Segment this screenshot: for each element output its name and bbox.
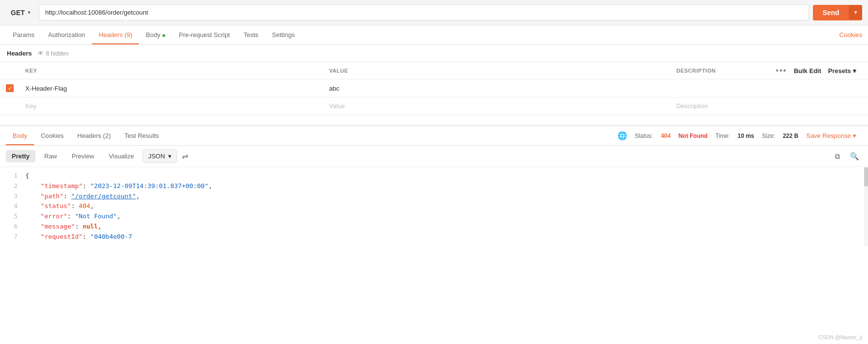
tab-body[interactable]: Body (139, 25, 172, 44)
save-response-chevron-icon: ▾ (853, 132, 856, 139)
format-right: ⧉ 🔍 (832, 150, 862, 163)
json-output-area: 1 { 2 "timestamp": "2023-12-09T14:39:01.… (0, 167, 868, 246)
status-code: 404 (661, 133, 671, 139)
headers-section-header: Headers 👁 8 hidden (0, 45, 868, 62)
line-number: 5 (8, 211, 18, 222)
cookies-link[interactable]: Cookies (839, 25, 862, 44)
more-options-icon[interactable]: ••• (776, 66, 787, 75)
tab-tests[interactable]: Tests (237, 25, 265, 44)
headers-label: Headers (7, 50, 32, 57)
send-dropdown-button[interactable]: ▾ (849, 5, 862, 19)
value-placeholder: Value (329, 102, 345, 110)
tab-settings[interactable]: Settings (265, 25, 302, 44)
row-actions-cell (761, 79, 868, 97)
checkbox-checked-icon[interactable]: ✓ (6, 84, 14, 92)
size-label: Size: (762, 133, 775, 139)
col-value: VALUE (323, 62, 670, 79)
send-button-group: Send ▾ (813, 5, 862, 20)
line-number: 6 (8, 222, 18, 232)
col-actions: ••• Bulk Edit Presets ▾ (761, 62, 868, 79)
row-value-cell[interactable]: abc (323, 79, 670, 97)
empty-table-row: Key Value Description (0, 97, 868, 115)
empty-checkbox-cell (0, 97, 19, 115)
row-key-cell[interactable]: X-Header-Flag (19, 79, 323, 97)
json-line-2: 2 "timestamp": "2023-12-09T14:39:01.837+… (8, 181, 860, 191)
empty-actions-cell (761, 97, 868, 115)
method-label: GET (11, 9, 25, 17)
line-number: 3 (8, 191, 18, 202)
json-line-5: 5 "error": "Not Found", (8, 211, 860, 222)
col-check (0, 62, 19, 79)
empty-desc-cell[interactable]: Description (671, 97, 761, 115)
json-line-3: 3 "path": "/order/getcount", (8, 191, 860, 202)
method-selector[interactable]: GET ▾ (6, 6, 35, 19)
empty-value-cell[interactable]: Value (323, 97, 670, 115)
scrollbar-thumb[interactable] (864, 167, 868, 187)
tab-response-body[interactable]: Body (6, 126, 34, 145)
presets-chevron-icon: ▾ (853, 67, 856, 75)
globe-icon: 🌐 (617, 131, 627, 140)
request-tabs: Params Authorization Headers (9) Body Pr… (0, 25, 868, 45)
json-format-selector[interactable]: JSON ▾ (143, 150, 177, 163)
format-left: Pretty Raw Preview Visualize JSON ▾ ⇌ (6, 150, 190, 163)
method-chevron-icon: ▾ (28, 10, 30, 15)
line-number: 1 (8, 171, 18, 181)
col-key: KEY (19, 62, 323, 79)
tab-response-headers[interactable]: Headers (2) (71, 126, 118, 145)
copy-button[interactable]: ⧉ (832, 150, 843, 163)
send-button[interactable]: Send (813, 5, 849, 20)
row-desc-cell[interactable] (671, 79, 761, 97)
tab-params[interactable]: Params (6, 25, 41, 44)
url-input[interactable] (39, 4, 809, 20)
json-line-7: 7 "requestId": "040b4e00-7 (8, 232, 860, 242)
scrollbar-track[interactable] (864, 167, 868, 246)
line-number: 2 (8, 181, 18, 191)
empty-key-cell[interactable]: Key (19, 97, 323, 115)
line-number: 4 (8, 201, 18, 211)
tab-headers[interactable]: Headers (9) (92, 25, 139, 44)
json-line-4: 4 "status": 404, (8, 201, 860, 211)
response-section: Body Cookies Headers (2) Test Results 🌐 … (0, 125, 868, 246)
url-bar: GET ▾ Send ▾ (0, 0, 868, 25)
tab-pre-request[interactable]: Pre-request Script (172, 25, 237, 44)
col-desc: DESCRIPTION (671, 62, 761, 79)
response-tabs-left: Body Cookies Headers (2) Test Results (6, 126, 166, 145)
filter-button[interactable]: ⇌ (180, 150, 190, 163)
hidden-badge: 👁 8 hidden (38, 50, 68, 57)
table-row: ✓ X-Header-Flag abc (0, 79, 868, 97)
headers-table: KEY VALUE DESCRIPTION ••• Bulk Edit Pres… (0, 62, 868, 115)
size-value: 222 B (783, 133, 798, 139)
preview-button[interactable]: Preview (66, 150, 100, 162)
line-number: 7 (8, 232, 18, 242)
hidden-count: 8 hidden (46, 50, 68, 57)
visualize-button[interactable]: Visualize (103, 150, 140, 162)
json-output: 1 { 2 "timestamp": "2023-12-09T14:39:01.… (0, 167, 868, 246)
status-text: Not Found (678, 133, 708, 139)
raw-button[interactable]: Raw (39, 150, 63, 162)
time-value: 10 ms (737, 133, 754, 139)
status-label: Status: (635, 133, 653, 139)
json-chevron-icon: ▾ (168, 153, 172, 160)
tab-authorization[interactable]: Authorization (41, 25, 92, 44)
response-tabs-row: Body Cookies Headers (2) Test Results 🌐 … (0, 126, 868, 146)
pretty-button[interactable]: Pretty (6, 150, 36, 162)
search-button[interactable]: 🔍 (847, 150, 862, 163)
json-line-1: 1 { (8, 171, 860, 181)
time-label: Time: (715, 133, 730, 139)
row-checkbox-cell[interactable]: ✓ (0, 79, 19, 97)
tab-response-test-results[interactable]: Test Results (117, 126, 166, 145)
key-placeholder: Key (25, 102, 36, 110)
format-bar: Pretty Raw Preview Visualize JSON ▾ ⇌ ⧉ … (0, 146, 868, 167)
save-response-button[interactable]: Save Response ▾ (806, 132, 856, 139)
presets-button[interactable]: Presets ▾ (828, 67, 856, 75)
bulk-edit-button[interactable]: Bulk Edit (794, 67, 821, 75)
response-status-area: 🌐 Status: 404 Not Found Time: 10 ms Size… (612, 131, 862, 140)
tab-response-cookies[interactable]: Cookies (34, 126, 71, 145)
json-line-6: 6 "message": null, (8, 222, 860, 232)
body-dot-icon (162, 34, 165, 37)
desc-placeholder: Description (676, 102, 708, 110)
request-tabs-left: Params Authorization Headers (9) Body Pr… (6, 25, 302, 44)
eye-icon: 👁 (38, 50, 44, 57)
